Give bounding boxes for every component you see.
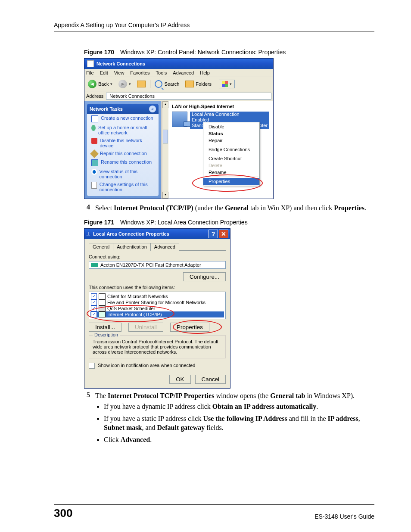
search-label: Search (164, 81, 179, 87)
item-label: Internet Protocol (TCP/IP) (107, 312, 162, 317)
task-label: Set up a home or small office network (98, 125, 155, 135)
step-4: 4 Select Internet Protocol (TCP/IP) (und… (84, 203, 374, 213)
step-text: The Internet Protocol TCP/IP Properties … (95, 391, 374, 447)
checkbox-icon[interactable]: ✓ (91, 299, 97, 305)
category-header: LAN or High-Speed Internet (172, 104, 271, 109)
task-disable-device[interactable]: Disable this network device (87, 137, 159, 149)
scroll-down-icon[interactable]: ▾ (162, 192, 168, 199)
task-rename-connection[interactable]: Rename this connection (87, 158, 159, 168)
description-group: Description Transmission Control Protoco… (89, 335, 226, 358)
tab-authentication[interactable]: Authentication (113, 243, 151, 251)
task-change-settings[interactable]: Change settings of this connection (87, 180, 159, 193)
item-label: Client for Microsoft Networks (107, 294, 168, 299)
list-item-selected[interactable]: ✓ Internet Protocol (TCP/IP) (90, 311, 224, 317)
menu-advanced[interactable]: Advanced (173, 70, 194, 75)
ok-button[interactable]: OK (169, 375, 190, 384)
content-pane: LAN or High-Speed Internet Local Area Co… (168, 101, 273, 199)
checkbox-icon[interactable]: ✓ (91, 311, 97, 317)
task-label: Disable this network device (100, 138, 156, 148)
bullet-item: If you have a dynamic IP address click O… (104, 402, 374, 411)
configure-button[interactable]: Configure... (183, 272, 226, 281)
install-button[interactable]: Install... (89, 323, 121, 332)
ctx-shortcut[interactable]: Create Shortcut (203, 155, 259, 162)
dialog-body: General Authentication Advanced Connect … (84, 239, 230, 388)
tab-advanced[interactable]: Advanced (150, 243, 179, 251)
figure-170-caption: Figure 170 Windows XP: Control Panel: Ne… (84, 49, 374, 56)
show-icon-row[interactable]: Show icon in notification area when conn… (89, 363, 226, 369)
tasks-header[interactable]: Network Tasks « (87, 104, 159, 114)
figure-number: Figure 171 (84, 219, 114, 226)
help-button[interactable]: ? (209, 230, 218, 238)
task-repair-connection[interactable]: Repair this connection (87, 149, 159, 158)
ctx-status[interactable]: Status (203, 130, 259, 137)
views-icon (222, 81, 228, 87)
toolbar: ◄ Back ▾ ► ▾ Search Folders (84, 77, 273, 91)
ctx-separator (204, 145, 258, 145)
properties-button[interactable]: Properties (170, 323, 209, 332)
checkbox-icon[interactable]: ✓ (91, 305, 97, 311)
bullet-list: If you have a dynamic IP address click O… (95, 402, 374, 444)
cancel-button[interactable]: Cancel (195, 375, 226, 384)
tab-strip: General Authentication Advanced (89, 243, 226, 251)
adapter-icon (91, 263, 98, 267)
protocol-icon (99, 311, 106, 317)
app-icon (87, 60, 94, 67)
menu-edit[interactable]: Edit (100, 70, 108, 75)
components-listbox[interactable]: ✓ Client for Microsoft Networks ✓ File a… (89, 292, 226, 319)
step-number: 5 (84, 391, 90, 447)
ctx-rename[interactable]: Rename (203, 169, 259, 176)
collapse-icon[interactable]: « (149, 106, 156, 112)
close-button[interactable]: ✕ (219, 230, 228, 238)
task-setup-network[interactable]: Set up a home or small office network (87, 124, 159, 137)
task-view-status[interactable]: View status of this connection (87, 168, 159, 180)
list-item[interactable]: ✓ File and Printer Sharing for Microsoft… (90, 299, 224, 305)
context-menu: Disable Status Repair Bridge Connections… (203, 122, 260, 186)
ctx-repair[interactable]: Repair (203, 137, 259, 144)
lan-icon (172, 112, 187, 127)
views-button[interactable]: ▾ (219, 80, 235, 88)
menu-file[interactable]: File (86, 70, 94, 75)
checkbox-icon[interactable] (89, 363, 95, 369)
connection-name: Local Area Connection (192, 112, 268, 117)
back-label: Back (98, 81, 109, 87)
ctx-delete: Delete (203, 162, 259, 169)
item-label: QoS Packet Scheduler (107, 306, 155, 311)
titlebar[interactable]: Network Connections (84, 59, 273, 69)
up-button[interactable] (135, 80, 147, 88)
scrollbar[interactable]: ▴ ▾ (162, 101, 168, 199)
separator (216, 80, 216, 88)
titlebar[interactable]: ⊥ Local Area Connection Properties ? ✕ (84, 229, 230, 239)
scroll-up-icon[interactable]: ▴ (162, 101, 168, 108)
ctx-properties[interactable]: Properties (203, 178, 259, 185)
ctx-separator (204, 177, 258, 177)
task-create-connection[interactable]: Create a new connection (87, 114, 159, 124)
ctx-disable[interactable]: Disable (203, 123, 259, 130)
ctx-bridge[interactable]: Bridge Connections (203, 146, 259, 153)
figure-caption-text: Windows XP: Local Area Connection Proper… (120, 219, 248, 226)
menu-help[interactable]: Help (200, 70, 210, 75)
settings-icon (91, 182, 97, 189)
search-button[interactable]: Search (153, 79, 181, 89)
list-item[interactable]: ✓ Client for Microsoft Networks (90, 293, 224, 299)
window-title: Local Area Connection Properties (93, 231, 169, 236)
tab-general[interactable]: General (89, 243, 113, 251)
adapter-field: Accton EN1207D-TX PCI Fast Ethernet Adap… (89, 261, 226, 269)
forward-button[interactable]: ► ▾ (117, 79, 133, 89)
address-field[interactable]: Network Connections (106, 93, 271, 100)
scroll-thumb[interactable] (163, 130, 168, 143)
back-button[interactable]: ◄ Back ▾ (86, 79, 114, 89)
task-label: Repair this connection (100, 151, 147, 157)
window-title: Network Connections (97, 61, 145, 66)
checkbox-icon[interactable]: ✓ (91, 293, 97, 299)
page-number: 300 (54, 507, 72, 520)
list-item[interactable]: ✓ QoS Packet Scheduler (90, 305, 224, 311)
menu-favorites[interactable]: Favorites (130, 70, 149, 75)
disable-icon (91, 138, 97, 144)
folders-button[interactable]: Folders (184, 80, 213, 88)
folders-label: Folders (196, 81, 212, 87)
figure-caption-text: Windows XP: Control Panel: Network Conne… (120, 49, 286, 56)
service-icon (99, 299, 106, 305)
menu-tools[interactable]: Tools (156, 70, 167, 75)
separator (150, 80, 150, 88)
menu-view[interactable]: View (114, 70, 125, 75)
